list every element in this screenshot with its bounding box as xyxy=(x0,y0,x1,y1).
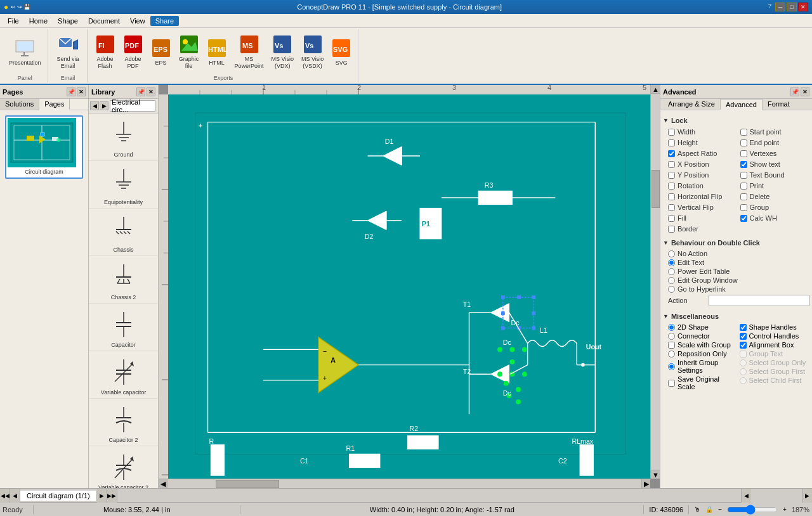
ms-powerpoint-button[interactable]: MS MSPowerPoint xyxy=(232,33,266,71)
behaviour-edit-group-radio[interactable] xyxy=(668,277,675,284)
library-back-arrow[interactable]: ◀ xyxy=(90,101,99,110)
lock-vertexes-checkbox[interactable] xyxy=(740,150,747,157)
tab-pages[interactable]: Pages xyxy=(39,99,70,110)
svg-button[interactable]: SVG SVG xyxy=(329,37,354,68)
lock-end-point-checkbox[interactable] xyxy=(740,139,747,146)
scroll-up-button[interactable]: ▲ xyxy=(651,85,660,94)
tab-format[interactable]: Format xyxy=(763,99,795,110)
lock-text-bound-checkbox[interactable] xyxy=(740,172,747,179)
advanced-panel-close[interactable]: ✕ xyxy=(801,87,809,96)
adobe-pdf-button[interactable]: PDF AdobePDF xyxy=(121,33,146,71)
zoom-slider[interactable] xyxy=(727,506,778,513)
behaviour-no-action-radio[interactable] xyxy=(668,250,675,257)
misc-save-scale-checkbox[interactable] xyxy=(668,380,675,387)
misc-section-header[interactable]: ▼ Miscellaneous xyxy=(663,311,809,321)
adobe-flash-button[interactable]: Fl AdobeFlash xyxy=(93,33,118,71)
menu-home[interactable]: Home xyxy=(24,16,53,26)
help-btn[interactable]: ? xyxy=(768,3,771,11)
lock-x-position-checkbox[interactable] xyxy=(668,161,675,168)
redo-btn[interactable]: ↪ xyxy=(17,4,22,10)
undo-btn[interactable]: ↩ xyxy=(11,4,16,10)
page-nav-first[interactable]: ◀◀ xyxy=(0,489,10,503)
page-scroll-left[interactable]: ◀ xyxy=(741,489,751,503)
close-button[interactable]: ✕ xyxy=(798,3,808,11)
lock-horiz-flip-checkbox[interactable] xyxy=(668,193,675,200)
misc-group-text-checkbox[interactable] xyxy=(740,351,747,358)
scroll-thumb-v[interactable] xyxy=(652,170,660,208)
tab-solutions[interactable]: Solutions xyxy=(0,99,39,110)
menu-document[interactable]: Document xyxy=(83,16,125,26)
misc-connector-radio[interactable] xyxy=(668,333,675,340)
zoom-in-button[interactable]: + xyxy=(783,506,787,513)
library-item-chassis[interactable]: Chassis xyxy=(89,209,158,256)
page-scroll-right[interactable]: ▶ xyxy=(802,489,812,503)
lock-print-checkbox[interactable] xyxy=(740,183,747,190)
lock-group-checkbox[interactable] xyxy=(740,204,747,211)
misc-alignment-box-checkbox[interactable] xyxy=(740,342,747,349)
library-forward-arrow[interactable]: ▶ xyxy=(100,101,108,110)
page-nav-last[interactable]: ▶▶ xyxy=(107,489,117,503)
library-item-variable-capacitor2[interactable]: Variable capacitor 2 xyxy=(89,446,158,488)
misc-shape-handles-checkbox[interactable] xyxy=(740,324,747,331)
lock-rotation-checkbox[interactable] xyxy=(668,183,675,190)
lock-section-header[interactable]: ▼ Lock xyxy=(663,115,809,126)
misc-select-child-first-radio[interactable] xyxy=(740,377,747,384)
canvas-content[interactable]: + D1 D2 xyxy=(168,94,650,479)
lock-delete-checkbox[interactable] xyxy=(740,193,747,200)
lock-border-checkbox[interactable] xyxy=(668,226,675,233)
eps-button[interactable]: EPS EPS xyxy=(148,37,174,68)
ms-visio-vsdx-button[interactable]: Vs MS Visio(VSDX) xyxy=(299,33,326,71)
minimize-button[interactable]: ─ xyxy=(775,3,785,11)
behaviour-hyperlink-radio[interactable] xyxy=(668,286,675,293)
misc-inherit-radio[interactable] xyxy=(668,363,675,370)
tab-arrange-size[interactable]: Arrange & Size xyxy=(663,99,720,110)
misc-select-group-only-radio[interactable] xyxy=(740,359,747,366)
scroll-down-button[interactable]: ▼ xyxy=(651,470,660,479)
lock-start-point-checkbox[interactable] xyxy=(740,129,747,136)
send-via-email-button[interactable]: Send viaEmail xyxy=(55,33,82,71)
page-tab-circuit[interactable]: Circuit diagram (1/1) xyxy=(20,491,97,501)
misc-select-group-first-radio[interactable] xyxy=(740,368,747,375)
pages-panel-close[interactable]: ✕ xyxy=(77,87,86,96)
html-button[interactable]: HTML HTML xyxy=(204,37,230,68)
behaviour-power-edit-radio[interactable] xyxy=(668,268,675,275)
scroll-thumb-h[interactable] xyxy=(216,480,279,488)
page-scrollbar[interactable] xyxy=(751,489,802,503)
presentation-button[interactable]: Presentation xyxy=(6,37,44,68)
library-item-variable-capacitor[interactable]: Variable capacitor xyxy=(89,351,158,399)
behaviour-action-input[interactable] xyxy=(709,295,809,306)
behaviour-edit-text-radio[interactable] xyxy=(668,259,675,266)
tab-advanced[interactable]: Advanced xyxy=(720,99,763,110)
menu-shape[interactable]: Shape xyxy=(53,16,83,26)
misc-2d-shape-radio[interactable] xyxy=(668,324,675,331)
menu-share[interactable]: Share xyxy=(150,16,179,26)
pages-panel-pin[interactable]: 📌 xyxy=(67,87,75,96)
library-item-ground[interactable]: Ground xyxy=(89,113,158,161)
canvas-scrollbar-vertical[interactable]: ▲ ▼ xyxy=(650,85,660,479)
misc-reposition-radio[interactable] xyxy=(668,351,675,358)
save-btn[interactable]: 💾 xyxy=(23,4,30,10)
scroll-left-button[interactable]: ◀ xyxy=(159,479,167,488)
library-panel-pin[interactable]: 📌 xyxy=(136,87,145,96)
zoom-out-button[interactable]: − xyxy=(718,506,722,513)
lock-y-position-checkbox[interactable] xyxy=(668,172,675,179)
lock-aspect-ratio-checkbox[interactable] xyxy=(668,150,675,157)
ms-visio-vdx-button[interactable]: Vs MS Visio(VDX) xyxy=(269,33,296,71)
lock-width-checkbox[interactable] xyxy=(668,129,675,136)
canvas-scrollbar-horizontal[interactable]: ◀ ▶ xyxy=(159,479,650,488)
library-dropdown[interactable]: Electrical circ... xyxy=(110,100,155,112)
lock-height-checkbox[interactable] xyxy=(668,139,675,146)
scroll-right-button[interactable]: ▶ xyxy=(641,479,650,488)
menu-view[interactable]: View xyxy=(125,16,150,26)
menu-file[interactable]: File xyxy=(3,16,24,26)
advanced-panel-pin[interactable]: 📌 xyxy=(790,87,799,96)
misc-control-handles-checkbox[interactable] xyxy=(740,333,747,340)
library-item-chassis2[interactable]: Chassis 2 xyxy=(89,256,158,304)
library-item-capacitor[interactable]: Capacitor xyxy=(89,304,158,351)
page-thumbnail[interactable]: Circuit diagram xyxy=(5,115,83,179)
canvas-area[interactable]: 1 2 3 4 5 xyxy=(159,85,660,488)
lock-show-text-checkbox[interactable] xyxy=(740,161,747,168)
library-panel-close[interactable]: ✕ xyxy=(147,87,155,96)
maximize-button[interactable]: □ xyxy=(787,3,797,11)
library-item-equipotentiality[interactable]: Equipotentiality xyxy=(89,161,158,209)
